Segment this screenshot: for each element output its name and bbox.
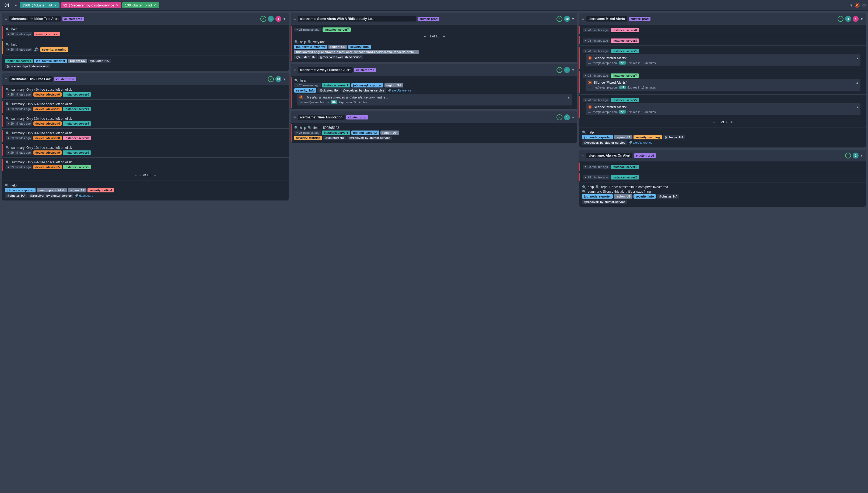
device-badge: device: /dev/sda4 bbox=[34, 121, 62, 126]
drag-handle[interactable]: ≡ bbox=[294, 17, 296, 21]
drag-handle[interactable]: ≡ bbox=[582, 17, 584, 21]
drag-handle[interactable]: ≡ bbox=[5, 77, 7, 81]
time-ago: 28 minutes ago bbox=[583, 73, 610, 78]
group-long-title: alertname: Some Alerts With A Ridiculous… bbox=[298, 16, 416, 22]
pagination: − 6 of 10 + bbox=[2, 171, 289, 179]
settings-icon[interactable]: ⚙ bbox=[862, 3, 866, 8]
group-footer: 🔍 help 🔍 repo: Repo: https://github.com/… bbox=[579, 184, 866, 206]
search-icon[interactable]: 🔍 bbox=[6, 27, 10, 31]
alert-item: 28 minutes ago instance: server1 bbox=[579, 163, 866, 171]
page-prev[interactable]: − bbox=[422, 34, 427, 39]
collapse-button[interactable]: ▾ bbox=[860, 153, 863, 158]
time-ago: 29 minutes ago bbox=[6, 107, 32, 111]
group-mixed-alerts: ≡ alertname: Mixed Alerts cluster: prod … bbox=[579, 13, 866, 148]
drag-handle[interactable]: ≡ bbox=[582, 153, 584, 158]
total-count: 34 bbox=[2, 3, 11, 8]
page-prev[interactable]: − bbox=[133, 172, 138, 178]
page-prev[interactable]: − bbox=[711, 120, 716, 125]
search-icon[interactable]: 🔍 bbox=[6, 146, 10, 150]
alert-help: help bbox=[300, 40, 306, 44]
drag-handle[interactable]: ≡ bbox=[294, 68, 296, 72]
search-icon[interactable]: 🔍 bbox=[294, 126, 298, 130]
group-time-annotation: ≡ alertname: Time Annotation cluster: pr… bbox=[291, 111, 577, 143]
page-next[interactable]: + bbox=[442, 34, 447, 39]
silence-collapse-btn[interactable]: ▴ bbox=[856, 81, 858, 85]
group-long-body: 28 minutes ago instance: server7 − 1 of … bbox=[291, 25, 577, 62]
alert-item: 28 minutes ago instance: server7 − 1 of … bbox=[291, 26, 577, 61]
group-mixed-title: alertname: Mixed Alerts bbox=[586, 16, 627, 22]
alert-text: summary: Only 6% free space left on /dis… bbox=[11, 102, 72, 106]
active-count: 10 bbox=[275, 76, 281, 82]
time-ago: 28 minutes ago bbox=[583, 165, 610, 169]
search-icon2[interactable]: 🔍 bbox=[595, 185, 599, 189]
search-icon[interactable]: 🔍 bbox=[294, 40, 298, 44]
instance-badge: instance: server2 bbox=[611, 175, 639, 179]
collapse-button[interactable]: ▾ bbox=[572, 115, 574, 120]
ack-button[interactable]: ✓ bbox=[556, 114, 563, 120]
tab-cluster-ha[interactable]: 1368 @cluster=HA ✕ bbox=[20, 2, 60, 8]
instance-badge: instance: server0 bbox=[63, 92, 91, 97]
dots-menu[interactable]: ··· bbox=[13, 2, 19, 8]
search-icon[interactable]: 🔍 bbox=[6, 88, 10, 91]
silence-expires: Expires in 13 minutes bbox=[627, 61, 656, 65]
cluster-badge: @cluster: HA bbox=[5, 193, 27, 198]
cluster-badge: @cluster: HA bbox=[663, 135, 685, 140]
ack-button[interactable]: ✓ bbox=[260, 16, 266, 22]
search-icon3[interactable]: 🔍 bbox=[582, 190, 586, 193]
tab-receiver[interactable]: 92 @receiver=by-cluster-service ✕ bbox=[61, 2, 121, 8]
silence-expires: Expires in 35 minutes bbox=[339, 101, 367, 104]
bell-off-icon[interactable]: 🔕 bbox=[854, 3, 860, 8]
silence-text: This alert is always silenced and the si… bbox=[305, 95, 389, 99]
collapse-button[interactable]: ▾ bbox=[283, 77, 286, 82]
alert-ref-link[interactable]: 🔗 alertReference bbox=[628, 141, 652, 145]
ack-button[interactable]: ✓ bbox=[268, 76, 274, 82]
column-1: ≡ alertname: Inhibition Test Alert clust… bbox=[2, 13, 289, 491]
collapse-button[interactable]: ▾ bbox=[572, 67, 574, 73]
search-icon[interactable]: 🔍 bbox=[6, 117, 10, 121]
time-ago: 28 minutes ago bbox=[294, 83, 321, 87]
tab-cluster-prod[interactable]: 136 cluster=prod ✕ bbox=[122, 2, 159, 8]
search-icon[interactable]: 🔍 bbox=[582, 185, 586, 189]
collapse-button[interactable]: ▾ bbox=[572, 16, 574, 22]
dashboard-link[interactable]: 🔗 dashboard bbox=[75, 193, 93, 198]
ack-button[interactable]: ✓ bbox=[556, 67, 563, 73]
alert-ref-link[interactable]: 🔗 alertReference bbox=[387, 88, 411, 92]
group-footer: 🔍 help job: node_exporter region: SA sev… bbox=[579, 129, 866, 146]
ack-button[interactable]: ✓ bbox=[838, 16, 844, 22]
collapse-button[interactable]: ▾ bbox=[283, 16, 286, 22]
search-icon[interactable]: 🔍 bbox=[582, 130, 586, 134]
alert-search-row: 🔍 help bbox=[6, 27, 286, 31]
search-icon[interactable]: 🔍 bbox=[6, 102, 10, 106]
chevron-down-icon[interactable]: ▾ bbox=[850, 3, 852, 8]
search-icon[interactable]: 🔍 bbox=[6, 43, 10, 46]
silenced-count: 1 bbox=[275, 16, 281, 22]
group-disk-header: ≡ alertname: Disk Free Low cluster: prod… bbox=[2, 73, 289, 85]
page-next[interactable]: + bbox=[729, 120, 734, 125]
collapse-button[interactable]: ▾ bbox=[860, 16, 863, 22]
search-icon[interactable]: 🔍 bbox=[6, 131, 10, 135]
drag-handle[interactable]: ≡ bbox=[5, 17, 7, 21]
cluster-badge: @cluster: HA bbox=[88, 59, 111, 63]
search-icon2[interactable]: 🔍 bbox=[308, 126, 312, 130]
search-icon[interactable]: 🔍 bbox=[294, 79, 298, 82]
ack-button[interactable]: ✓ bbox=[845, 153, 851, 158]
instance-badge: instance: server8 bbox=[63, 136, 91, 140]
tab1-close[interactable]: ✕ bbox=[54, 3, 57, 7]
tab3-close[interactable]: ✕ bbox=[153, 3, 156, 7]
search-icon2[interactable]: 🔍 bbox=[308, 40, 312, 44]
cluster-prod-badge: cluster: prod bbox=[634, 153, 656, 158]
page-next[interactable]: + bbox=[152, 172, 158, 178]
silence-block: 🔕 Silence 'Mixed Alerts" ▴ — me@example.… bbox=[586, 55, 861, 66]
silence-user: me@example.com bbox=[593, 110, 618, 113]
search-icon[interactable]: 🔍 bbox=[6, 160, 10, 164]
alert-help-text: help bbox=[11, 43, 18, 46]
region-badge: region: US bbox=[614, 194, 633, 199]
ack-button[interactable]: ✓ bbox=[556, 16, 563, 22]
silence-collapse-btn[interactable]: ▴ bbox=[568, 95, 570, 99]
topbar-icons: ▾ 🔕 ⚙ bbox=[850, 3, 866, 8]
silence-collapse-btn[interactable]: ▴ bbox=[856, 56, 858, 60]
silence-collapse-btn[interactable]: ▴ bbox=[856, 105, 858, 109]
drag-handle[interactable]: ≡ bbox=[294, 115, 296, 120]
search-icon[interactable]: 🔍 bbox=[5, 184, 9, 187]
tab2-close[interactable]: ✕ bbox=[116, 3, 119, 7]
